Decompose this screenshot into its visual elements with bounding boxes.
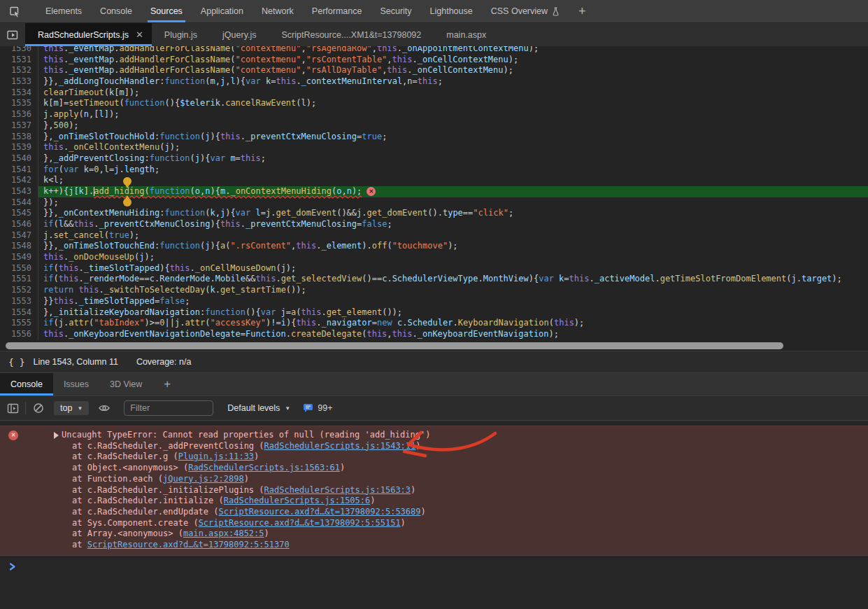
file-tab[interactable]: RadSchedulerScripts.js bbox=[25, 23, 152, 46]
code-text: this._eventMap.addHandlerForClassName("c… bbox=[38, 55, 868, 66]
line-number[interactable]: 1555 bbox=[0, 318, 38, 329]
code-line[interactable]: 1530this._eventMap.addHandlerForClassNam… bbox=[0, 46, 868, 55]
code-line[interactable]: 1537},500); bbox=[0, 120, 868, 132]
code-line[interactable]: 1552return this._switchToSelectedDay(k.g… bbox=[0, 285, 868, 296]
drawer-tab-3d-view[interactable]: 3D View bbox=[99, 373, 152, 396]
code-line[interactable]: 1539this._onCellContextMenu(j); bbox=[0, 142, 868, 153]
stack-link[interactable]: Plugin.js:11:33 bbox=[178, 451, 254, 461]
line-number[interactable]: 1539 bbox=[0, 142, 38, 153]
drawer-tab-console[interactable]: Console bbox=[0, 373, 53, 396]
file-tab[interactable]: jQuery.js bbox=[210, 23, 269, 46]
stack-link[interactable]: ScriptResource.axd?d…&t=13798092:5:55151 bbox=[199, 518, 401, 528]
code-line[interactable]: 1546if(l&&this._preventCtxMenuClosing){t… bbox=[0, 219, 868, 230]
selection-handle-top[interactable] bbox=[123, 177, 131, 186]
issues-counter[interactable]: 99+ bbox=[303, 403, 332, 413]
toggle-device-toolbar-icon[interactable] bbox=[3, 5, 27, 18]
line-number[interactable]: 1535 bbox=[0, 98, 38, 109]
line-number[interactable]: 1531 bbox=[0, 55, 38, 66]
tab-sources[interactable]: Sources bbox=[141, 0, 192, 22]
code-line[interactable]: 1534clearTimeout(k[m]); bbox=[0, 88, 868, 99]
line-number[interactable]: 1534 bbox=[0, 88, 38, 99]
line-number[interactable]: 1543 bbox=[0, 186, 38, 197]
stack-link[interactable]: RadSchedulerScripts.js:1543:11 bbox=[264, 441, 416, 451]
stack-link[interactable]: main.aspx:4852:5 bbox=[183, 528, 264, 538]
tab-application[interactable]: Application bbox=[192, 0, 252, 22]
stack-link[interactable]: ScriptResource.axd?d…&t=13798092:5:51370 bbox=[87, 540, 290, 550]
stack-link[interactable]: RadSchedulerScripts.js:1563:3 bbox=[264, 485, 411, 495]
live-expression-eye-icon[interactable] bbox=[94, 400, 114, 416]
expand-triangle-icon[interactable] bbox=[54, 432, 59, 439]
stack-frame-text: ) bbox=[340, 463, 345, 472]
show-navigator-icon[interactable] bbox=[0, 23, 25, 46]
filter-input[interactable] bbox=[124, 400, 213, 416]
code-line[interactable]: 1538},_onTimeSlotTouchHold:function(j){t… bbox=[0, 132, 868, 143]
code-line[interactable]: 1550if(this._timeSlotTapped){this._onCel… bbox=[0, 263, 868, 274]
line-number[interactable]: 1550 bbox=[0, 263, 38, 274]
line-number[interactable]: 1548 bbox=[0, 241, 38, 252]
tab-css-overview[interactable]: CSS Overview bbox=[482, 0, 569, 22]
pretty-print-button[interactable]: { } bbox=[0, 357, 33, 368]
code-line[interactable]: 1555if(j.attr("tabIndex")>=0||j.attr("ac… bbox=[0, 318, 868, 329]
line-number[interactable]: 1537 bbox=[0, 120, 38, 132]
drawer-tab-issues[interactable]: Issues bbox=[53, 373, 99, 396]
tab-elements[interactable]: Elements bbox=[36, 0, 91, 22]
tab-performance[interactable]: Performance bbox=[303, 0, 371, 22]
line-number[interactable]: 1554 bbox=[0, 307, 38, 318]
line-number[interactable]: 1549 bbox=[0, 252, 38, 263]
line-number[interactable]: 1544 bbox=[0, 197, 38, 209]
selection-handle-bottom[interactable] bbox=[123, 198, 131, 206]
line-number[interactable]: 1545 bbox=[0, 208, 38, 219]
stack-link[interactable]: ScriptResource.axd?d…&t=13798092:5:53689 bbox=[219, 507, 421, 517]
stack-link[interactable]: jQuery.js:2:2898 bbox=[163, 474, 244, 484]
line-number[interactable]: 1530 bbox=[0, 46, 38, 55]
stack-link[interactable]: RadSchedulerScripts.js:1505:6 bbox=[224, 496, 371, 505]
add-drawer-tab-button[interactable]: + bbox=[152, 373, 182, 396]
code-line[interactable]: 1554},_initializeKeyboardNavigation:func… bbox=[0, 307, 868, 318]
code-line[interactable]: 1547j.set_cancel(true); bbox=[0, 230, 868, 241]
code-line[interactable]: 1540},_addPreventClosing:function(j){var… bbox=[0, 153, 868, 164]
line-number[interactable]: 1533 bbox=[0, 76, 38, 88]
tab-network[interactable]: Network bbox=[252, 0, 303, 22]
code-line[interactable]: 1531this._eventMap.addHandlerForClassNam… bbox=[0, 55, 868, 66]
code-line[interactable]: 1543k++){j[k].add_hiding(function(o,n){m… bbox=[0, 186, 868, 197]
code-line[interactable]: 1541for(var k=0,l=j.length; bbox=[0, 164, 868, 176]
code-line[interactable]: 1532this._eventMap.addHandlerForClassNam… bbox=[0, 65, 868, 76]
tab-console[interactable]: Console bbox=[91, 0, 141, 22]
code-line[interactable]: 1548}},_onTimeSlotTouchEnd:function(j){a… bbox=[0, 241, 868, 252]
file-tab[interactable]: Plugin.js bbox=[152, 23, 210, 46]
line-number[interactable]: 1538 bbox=[0, 132, 38, 143]
code-line[interactable]: 1536j.apply(n,[l]); bbox=[0, 109, 868, 120]
javascript-context-dropdown[interactable]: top ▼ bbox=[54, 401, 89, 415]
console-prompt[interactable] bbox=[0, 561, 868, 573]
code-line[interactable]: 1533}},_addLongTouchHandler:function(m,j… bbox=[0, 76, 868, 88]
tab-security[interactable]: Security bbox=[371, 0, 420, 22]
tab-lighthouse[interactable]: Lighthouse bbox=[421, 0, 482, 22]
file-tab[interactable]: main.aspx bbox=[434, 23, 499, 46]
close-icon[interactable] bbox=[136, 30, 143, 39]
line-number[interactable]: 1556 bbox=[0, 329, 38, 340]
code-line[interactable]: 1553}}this._timeSlotTapped=false; bbox=[0, 296, 868, 307]
line-number[interactable]: 1540 bbox=[0, 153, 38, 164]
show-console-sidebar-icon[interactable] bbox=[3, 400, 22, 416]
stack-link[interactable]: RadSchedulerScripts.js:1563:61 bbox=[188, 463, 340, 472]
code-line[interactable]: 1549this._onDocMouseUp(j); bbox=[0, 252, 868, 263]
line-number[interactable]: 1542 bbox=[0, 175, 38, 186]
log-levels-dropdown[interactable]: Default levels ▼ bbox=[227, 403, 290, 413]
line-number[interactable]: 1532 bbox=[0, 65, 38, 76]
more-tabs-button[interactable]: + bbox=[569, 4, 596, 19]
line-number[interactable]: 1547 bbox=[0, 230, 38, 241]
code-line[interactable]: 1535k[m]=setTimeout(function(){$telerik.… bbox=[0, 98, 868, 109]
line-number[interactable]: 1546 bbox=[0, 219, 38, 230]
line-number[interactable]: 1553 bbox=[0, 296, 38, 307]
tab-label: CSS Overview bbox=[491, 6, 548, 16]
line-number[interactable]: 1536 bbox=[0, 109, 38, 120]
line-number[interactable]: 1552 bbox=[0, 285, 38, 296]
line-number[interactable]: 1551 bbox=[0, 274, 38, 285]
file-tab[interactable]: ScriptResource....XM1&t=13798092 bbox=[269, 23, 434, 46]
line-number[interactable]: 1541 bbox=[0, 164, 38, 176]
code-line[interactable]: 1551if(this._renderMode==c.RenderMode.Mo… bbox=[0, 274, 868, 285]
code-line[interactable]: 1556this._onKeyboardEventNavigationDeleg… bbox=[0, 329, 868, 340]
code-line[interactable]: 1545}},_onContextMenuHiding:function(k,j… bbox=[0, 208, 868, 219]
clear-console-icon[interactable] bbox=[29, 400, 48, 416]
scrollbar-thumb[interactable] bbox=[6, 342, 783, 349]
